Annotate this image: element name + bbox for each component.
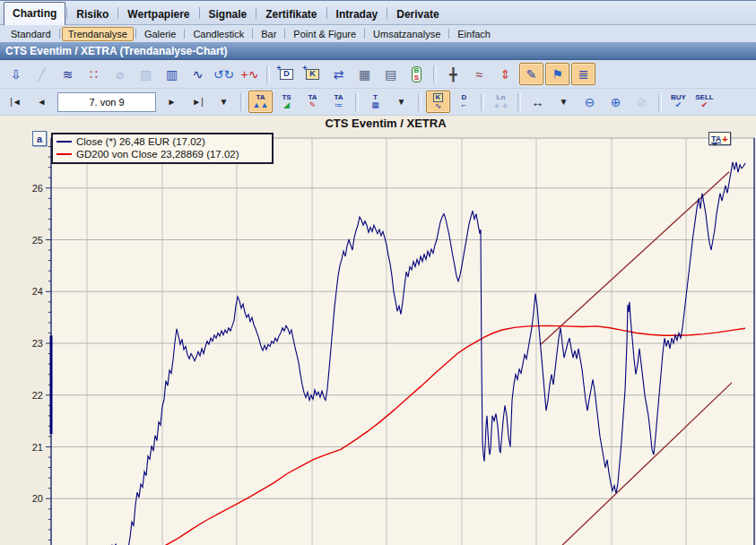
scale-arrows-icon[interactable]: ⇕ <box>493 63 517 85</box>
tab-galerie[interactable]: Galerie <box>138 27 182 41</box>
ta-edit-icon[interactable]: TA✎ <box>300 91 325 113</box>
volume-bars-icon[interactable]: ▥ <box>160 63 184 85</box>
tab-standard[interactable]: Standard <box>4 27 57 41</box>
compress-scale-icon[interactable]: ⇄ <box>326 63 351 85</box>
compress-scale-icon-glyph: ⇄ <box>334 68 344 81</box>
trendline-gray-icon[interactable]: ╱ <box>30 63 54 85</box>
compare-series-icon-glyph: ∷ <box>90 68 98 81</box>
candle-chart-icon[interactable]: K∿ <box>426 91 450 113</box>
trend-chart-canvas[interactable]: 1920212223242526CTS Eventim / XETRA <box>0 116 756 545</box>
ta-badge-label: TA <box>711 134 721 143</box>
nav-dropdown-button[interactable]: ▼ <box>212 91 236 113</box>
bar-width-dropdown[interactable]: ▼ <box>552 91 576 113</box>
tab-divider <box>284 29 285 39</box>
menu-item-derivate[interactable]: Derivate <box>388 4 447 24</box>
tab-point-figure[interactable]: Point & Figure <box>287 27 362 41</box>
day-chart-icon[interactable]: D⌐ <box>452 91 476 113</box>
plus-mark: + <box>302 65 307 73</box>
window-title: CTS Eventim / XETRA (Trendanalyse-Chart) <box>5 45 228 57</box>
tab-einfach[interactable]: Einfach <box>451 27 497 41</box>
annotation-a-button[interactable]: a <box>32 131 47 146</box>
menu-item-charting[interactable]: Charting <box>4 2 65 25</box>
tab-divider <box>364 29 365 39</box>
ta-overview-icon[interactable]: TA▲▲ <box>248 91 273 113</box>
undo-redo-icon-glyph: ↺↻ <box>213 68 234 81</box>
compare-series-icon[interactable]: ∷ <box>82 63 106 85</box>
menu-item-zertifikate[interactable]: Zertifikate <box>257 4 325 24</box>
edit-list-icon-glyph: ≣ <box>578 68 589 81</box>
svg-text:26: 26 <box>32 183 43 194</box>
tab-umsatzanalyse[interactable]: Umsatzanalyse <box>367 27 447 41</box>
buy-button[interactable]: BUY✔ <box>666 91 691 113</box>
crosshair-icon-glyph: ╋ <box>449 68 456 81</box>
draw-pencil-icon[interactable]: ✎ <box>519 63 543 85</box>
import-data-icon[interactable]: ⇩ <box>4 63 28 85</box>
zoom-reset-icon[interactable]: ⊘ <box>630 91 654 113</box>
template-dropdown-button[interactable]: ▼ <box>389 91 413 113</box>
tab-divider <box>59 29 60 39</box>
buy-button-glyph: ✔ <box>675 101 682 109</box>
chart-region[interactable]: 1920212223242526CTS Eventim / XETRA Clos… <box>0 116 756 545</box>
tab-bar[interactable]: Bar <box>255 27 282 41</box>
buy-sell-signals-icon[interactable]: BS <box>404 63 429 85</box>
legend-label: Close (*) 26,48 EUR (17.02) <box>76 136 205 147</box>
ta-settings-icon-glyph: ≔ <box>335 101 343 109</box>
add-day-chart-icon[interactable]: D+ <box>274 63 299 85</box>
menu-item-wertpapiere[interactable]: Wertpapiere <box>119 4 197 24</box>
zoom-in-icon[interactable]: ⊕ <box>604 91 628 113</box>
flag-list-icon[interactable]: ⚑ <box>545 63 569 85</box>
tab-trendanalyse[interactable]: Trendanalyse <box>62 27 134 41</box>
chart-panel-icon[interactable]: ▨ <box>134 63 158 85</box>
grid-icon[interactable]: ▦ <box>352 63 377 85</box>
add-candle-chart-icon[interactable]: K+ <box>300 63 325 85</box>
draw-pencil-icon-glyph: ✎ <box>526 68 537 81</box>
nav-position-field[interactable] <box>57 92 156 112</box>
log-scale-icon[interactable]: Ln▲▲ <box>489 91 513 113</box>
add-indicator-icon-glyph: +∿ <box>241 68 259 81</box>
tab-candlestick[interactable]: Candlestick <box>187 27 250 41</box>
ta-settings-icon[interactable]: TA≔ <box>326 91 351 113</box>
undo-redo-icon[interactable]: ↺↻ <box>212 63 236 85</box>
template-dropdown-button-glyph: ▼ <box>397 98 406 107</box>
chart-title: CTS Eventim / XETRA <box>325 117 447 130</box>
indicator-lines-icon[interactable]: ≋ <box>56 63 80 85</box>
menu-divider <box>66 7 67 19</box>
ta-overview-icon-glyph: ▲▲ <box>253 101 269 109</box>
svg-text:23: 23 <box>32 338 43 349</box>
sell-button-glyph: ✔ <box>701 101 708 109</box>
indicator-lines-icon-glyph: ≋ <box>63 68 74 81</box>
toolbar-separator <box>658 93 662 111</box>
template-grid-icon[interactable]: T▦ <box>363 91 387 113</box>
nav-first-button[interactable]: |◄ <box>4 91 28 113</box>
menu-item-risiko[interactable]: Risiko <box>68 4 117 24</box>
bar-width-icon[interactable]: ↔ <box>526 91 550 113</box>
panel-lines-icon[interactable]: ▤ <box>378 63 403 85</box>
plus-mark: + <box>276 65 281 73</box>
nav-prev-button[interactable]: ◄ <box>30 91 54 113</box>
ta-plus-badge[interactable]: TA + <box>708 132 731 145</box>
add-indicator-icon[interactable]: +∿ <box>238 63 262 85</box>
edit-list-icon[interactable]: ≣ <box>571 63 595 85</box>
menu-divider <box>117 7 118 19</box>
nav-first-button-glyph: |◄ <box>10 98 22 107</box>
line-marker-icon[interactable]: ∿ <box>186 63 210 85</box>
menu-bar: ChartingRisikoWertpapiereSignaleZertifik… <box>0 1 756 25</box>
ta-badge-plus-icon: + <box>722 134 727 144</box>
nav-next-button[interactable]: ► <box>160 91 184 113</box>
nav-last-button-glyph: ►| <box>192 98 204 107</box>
ts-signals-icon[interactable]: TS◢ <box>274 91 299 113</box>
trend-channel-icon[interactable]: ≈ <box>467 63 491 85</box>
menu-item-intraday[interactable]: Intraday <box>328 4 387 24</box>
crosshair-icon[interactable]: ╋ <box>441 63 465 85</box>
menu-divider <box>387 7 387 19</box>
no-average-icon[interactable]: ⌀ <box>108 63 132 85</box>
zoom-out-icon[interactable]: ⊖ <box>578 91 602 113</box>
menu-item-signale[interactable]: Signale <box>201 4 256 24</box>
toolbar-separator <box>240 93 244 111</box>
no-average-icon-glyph: ⌀ <box>116 68 123 81</box>
sell-button[interactable]: SELL✔ <box>692 91 717 113</box>
legend-line-swatch <box>56 141 72 143</box>
nav-last-button[interactable]: ►| <box>186 91 210 113</box>
flag-list-icon-glyph: ⚑ <box>552 68 563 81</box>
tab-divider <box>252 29 253 39</box>
